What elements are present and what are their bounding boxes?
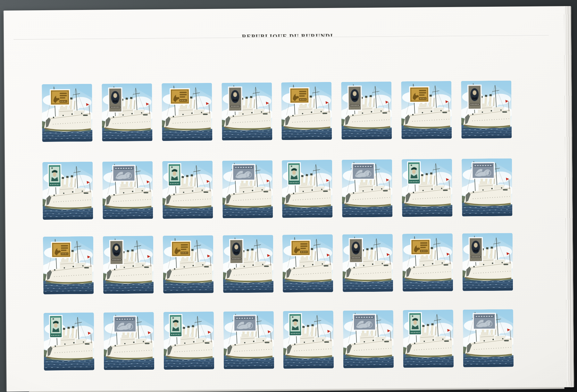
- stamp-cruiser-aurora: [222, 160, 273, 218]
- postal-emblem-stamp-icon: [113, 316, 137, 333]
- stamp-cruiser-aurora: [104, 312, 154, 370]
- stamp-cruiser-aurora: [462, 233, 513, 291]
- sailor-portrait-stamp-icon: [407, 161, 421, 184]
- lenin-portrait-stamp-icon: [108, 87, 122, 112]
- stamp-cruiser-aurora: [42, 84, 92, 142]
- stamp-cruiser-aurora: [341, 81, 392, 139]
- sailor-portrait-stamp-icon: [48, 164, 62, 187]
- gold-soviet-stamp-icon: [171, 241, 191, 257]
- stamp-cruiser-aurora: [283, 311, 334, 369]
- stamp-cruiser-aurora: [461, 81, 512, 139]
- gold-soviet-stamp-icon: [290, 240, 311, 256]
- sailor-portrait-stamp-icon: [287, 162, 301, 185]
- postal-emblem-stamp-icon: [353, 314, 376, 331]
- stamp-cruiser-aurora: [401, 81, 452, 139]
- stamp-cruiser-aurora: [223, 311, 274, 369]
- gold-soviet-stamp-icon: [409, 86, 429, 103]
- lenin-portrait-stamp-icon: [229, 239, 244, 264]
- photo-background: REPUBLIQUE DU BURUNDI: [0, 0, 577, 392]
- stamp-cruiser-aurora: [44, 313, 94, 371]
- stamp-cruiser-aurora: [162, 83, 212, 141]
- stamp-cruiser-aurora: [223, 235, 273, 293]
- postal-emblem-stamp-icon: [112, 165, 135, 182]
- stamp-cruiser-aurora: [163, 235, 213, 293]
- lenin-portrait-stamp-icon: [109, 240, 124, 265]
- sailor-portrait-stamp-icon: [168, 163, 181, 186]
- stamp-cruiser-aurora: [42, 162, 93, 220]
- gold-soviet-stamp-icon: [51, 241, 71, 258]
- gold-soviet-stamp-icon: [289, 87, 309, 103]
- stamp-cruiser-aurora: [162, 161, 213, 219]
- stamp-grid: [4, 6, 571, 11]
- sailor-portrait-stamp-icon: [169, 314, 183, 337]
- stamp-cruiser-aurora: [102, 83, 152, 141]
- gold-soviet-stamp-icon: [50, 89, 70, 105]
- sailor-portrait-stamp-icon: [288, 313, 302, 336]
- gold-soviet-stamp-icon: [410, 239, 431, 255]
- sheet-stack-bottom-edge: [29, 387, 564, 392]
- stamp-cruiser-aurora: [462, 159, 512, 216]
- stamp-cruiser-aurora: [102, 161, 153, 219]
- stamp-cruiser-aurora: [402, 159, 452, 217]
- sailor-portrait-stamp-icon: [49, 315, 63, 338]
- gold-soviet-stamp-icon: [170, 88, 190, 104]
- postal-emblem-stamp-icon: [233, 315, 256, 332]
- stamp-cruiser-aurora: [163, 312, 214, 370]
- stamp-cruiser-aurora: [282, 234, 333, 292]
- stamp-cruiser-aurora: [403, 310, 454, 368]
- postal-emblem-stamp-icon: [232, 164, 255, 181]
- lenin-portrait-stamp-icon: [467, 85, 482, 110]
- stamp-cruiser-aurora: [402, 233, 453, 291]
- stamp-cruiser-aurora: [281, 82, 332, 140]
- sheet-stack-right-edge: [564, 6, 574, 387]
- stamp-cruiser-aurora: [43, 236, 94, 294]
- lenin-portrait-stamp-icon: [347, 86, 362, 110]
- lenin-portrait-stamp-icon: [349, 238, 363, 263]
- stamp-sheet: REPUBLIQUE DU BURUNDI: [4, 6, 574, 392]
- lenin-portrait-stamp-icon: [469, 237, 483, 262]
- postal-emblem-stamp-icon: [472, 162, 495, 179]
- lenin-portrait-stamp-icon: [228, 86, 242, 111]
- stamp-cruiser-aurora: [103, 236, 154, 294]
- stamp-cruiser-aurora: [222, 82, 272, 140]
- sailor-portrait-stamp-icon: [408, 312, 422, 335]
- stamp-cruiser-aurora: [282, 160, 332, 218]
- stamp-cruiser-aurora: [343, 310, 394, 368]
- stamp-cruiser-aurora: [342, 234, 393, 292]
- postal-emblem-stamp-icon: [473, 313, 496, 330]
- stamp-cruiser-aurora: [463, 309, 514, 367]
- postal-emblem-stamp-icon: [352, 163, 375, 180]
- stamp-cruiser-aurora: [342, 159, 392, 217]
